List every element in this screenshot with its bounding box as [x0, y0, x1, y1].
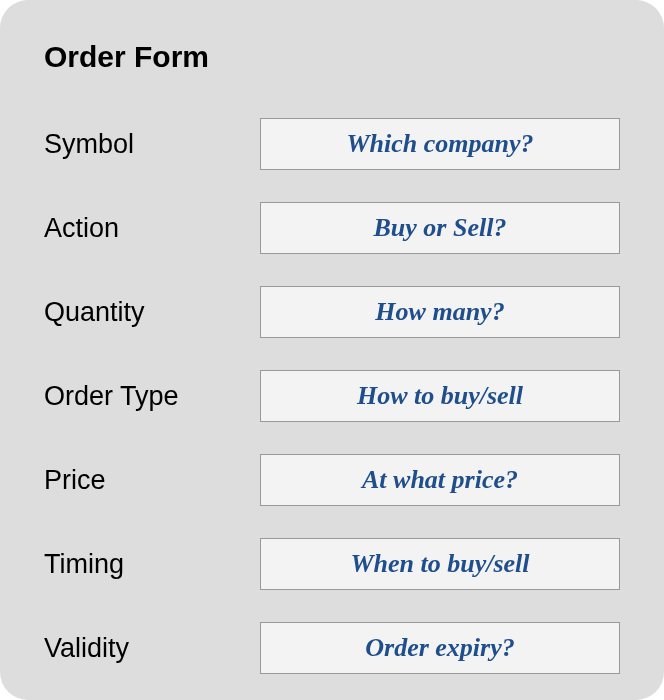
label-action: Action: [44, 213, 260, 244]
form-title: Order Form: [44, 40, 620, 74]
row-quantity: Quantity How many?: [44, 286, 620, 338]
input-timing[interactable]: When to buy/sell: [260, 538, 620, 590]
input-validity[interactable]: Order expiry?: [260, 622, 620, 674]
label-timing: Timing: [44, 549, 260, 580]
form-rows: Symbol Which company? Action Buy or Sell…: [44, 118, 620, 674]
row-price: Price At what price?: [44, 454, 620, 506]
input-price[interactable]: At what price?: [260, 454, 620, 506]
row-action: Action Buy or Sell?: [44, 202, 620, 254]
label-symbol: Symbol: [44, 129, 260, 160]
input-order-type[interactable]: How to buy/sell: [260, 370, 620, 422]
order-form-panel: Order Form Symbol Which company? Action …: [0, 0, 664, 700]
label-order-type: Order Type: [44, 381, 260, 412]
input-action[interactable]: Buy or Sell?: [260, 202, 620, 254]
row-timing: Timing When to buy/sell: [44, 538, 620, 590]
label-quantity: Quantity: [44, 297, 260, 328]
row-symbol: Symbol Which company?: [44, 118, 620, 170]
input-quantity[interactable]: How many?: [260, 286, 620, 338]
row-validity: Validity Order expiry?: [44, 622, 620, 674]
row-order-type: Order Type How to buy/sell: [44, 370, 620, 422]
label-price: Price: [44, 465, 260, 496]
label-validity: Validity: [44, 633, 260, 664]
input-symbol[interactable]: Which company?: [260, 118, 620, 170]
